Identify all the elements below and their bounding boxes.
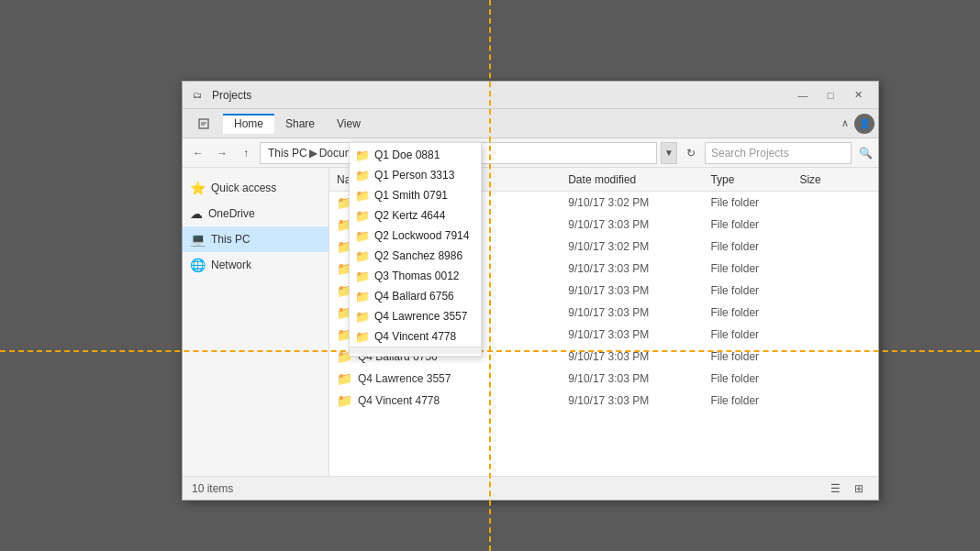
list-item[interactable]: 📁 Q4 Lawrence 3557 xyxy=(350,306,481,326)
file-type-cell: File folder xyxy=(710,394,799,407)
sidebar-item-quick-access[interactable]: ⭐ Quick access xyxy=(183,175,329,201)
popup-folder-icon: 📁 xyxy=(355,290,370,303)
sidebar: ⭐ Quick access ☁ OneDrive 💻 This PC 🌐 Ne… xyxy=(183,168,329,476)
popup-file-name: Q4 Ballard 6756 xyxy=(374,290,454,303)
user-avatar: 👤 xyxy=(854,114,874,134)
col-header-type[interactable]: Type xyxy=(710,173,799,186)
quick-access-icon: ⭐ xyxy=(190,181,206,195)
title-bar-controls: — □ ✕ xyxy=(790,86,871,105)
popup-folder-icon: 📁 xyxy=(355,310,370,324)
window-title: Projects xyxy=(212,89,790,102)
search-placeholder: Search Projects xyxy=(711,147,789,160)
explorer-window: 🗂 Projects — □ ✕ Home Share View ∧ 👤 ← →… xyxy=(182,81,879,501)
ribbon-tab-home[interactable]: Home xyxy=(223,114,274,134)
file-date-cell: 9/10/17 3:03 PM xyxy=(568,284,710,297)
search-filter-button[interactable]: ▼ xyxy=(661,142,677,164)
list-item[interactable]: 📁 Q4 Ballard 6756 xyxy=(350,286,481,306)
item-count: 10 items xyxy=(192,482,233,495)
ribbon-tab-share[interactable]: Share xyxy=(274,114,326,134)
file-type-cell: File folder xyxy=(710,262,799,275)
sidebar-item-network[interactable]: 🌐 Network xyxy=(183,252,329,278)
svg-rect-0 xyxy=(199,119,208,128)
popup-file-name: Q1 Smith 0791 xyxy=(374,189,448,202)
popup-folder-icon: 📁 xyxy=(355,209,370,223)
popup-file-name: Q4 Vincent 4778 xyxy=(374,330,456,343)
up-button[interactable]: ↑ xyxy=(236,143,256,163)
ribbon-collapse-arrow[interactable]: ∧ xyxy=(836,117,854,129)
list-item[interactable]: 📁 Q1 Person 3313 xyxy=(350,165,481,185)
popup-file-name: Q2 Lockwood 7914 xyxy=(374,229,469,242)
list-item[interactable]: 📁 Q3 Thomas 0012 xyxy=(350,266,481,286)
list-item[interactable]: 📁 Q2 Kertz 4644 xyxy=(350,205,481,226)
file-date-cell: 9/10/17 3:02 PM xyxy=(568,196,710,209)
popup-scroll-indicator xyxy=(350,347,481,354)
sidebar-label-network: Network xyxy=(211,259,251,271)
popup-folder-icon: 📁 xyxy=(355,169,370,182)
col-header-date[interactable]: Date modified xyxy=(568,173,710,186)
list-item[interactable]: 📁 Q2 Lockwood 7914 xyxy=(350,226,481,246)
popup-folder-icon: 📁 xyxy=(355,330,370,344)
list-item[interactable]: 📁 Q2 Sanchez 8986 xyxy=(350,246,481,266)
main-area: ⭐ Quick access ☁ OneDrive 💻 This PC 🌐 Ne… xyxy=(183,168,878,476)
file-date-cell: 9/10/17 3:03 PM xyxy=(568,350,710,363)
path-this-pc[interactable]: This PC xyxy=(268,147,307,160)
sidebar-item-onedrive[interactable]: ☁ OneDrive xyxy=(183,201,329,226)
popup-file-name: Q2 Kertz 4644 xyxy=(374,209,445,222)
table-row[interactable]: 📁 Q4 Lawrence 3557 9/10/17 3:03 PM File … xyxy=(329,368,878,390)
status-bar: 10 items ☰ ⊞ xyxy=(183,476,878,500)
window-icon: 🗂 xyxy=(190,88,205,103)
file-date-cell: 9/10/17 3:02 PM xyxy=(568,240,710,253)
close-button[interactable]: ✕ xyxy=(845,86,871,105)
popup-folder-icon: 📁 xyxy=(355,149,370,162)
search-box[interactable]: Search Projects xyxy=(705,142,852,164)
file-type-cell: File folder xyxy=(710,284,799,297)
title-bar-icons: 🗂 xyxy=(190,88,205,103)
col-header-size[interactable]: Size xyxy=(799,173,871,186)
file-type-cell: File folder xyxy=(710,240,799,253)
title-bar: 🗂 Projects — □ ✕ xyxy=(183,82,878,109)
popup-folder-icon: 📁 xyxy=(355,229,370,243)
file-name-cell: 📁 Q4 Lawrence 3557 xyxy=(337,371,568,386)
list-item[interactable]: 📁 Q4 Vincent 4778 xyxy=(350,326,481,347)
ribbon: Home Share View ∧ 👤 xyxy=(183,109,878,138)
sidebar-label-this-pc: This PC xyxy=(211,233,251,246)
minimize-button[interactable]: — xyxy=(790,86,816,105)
popup-folder-icon: 📁 xyxy=(355,249,370,263)
address-bar: ← → ↑ This PC ▶ Documents ▶ Projects ▼ ↻… xyxy=(183,138,878,168)
list-item[interactable]: 📁 Q1 Doe 0881 xyxy=(350,145,481,165)
popup-file-name: Q1 Doe 0881 xyxy=(374,149,440,161)
details-view-button[interactable]: ☰ xyxy=(825,479,845,498)
popup-folder-icon: 📁 xyxy=(355,270,370,283)
list-item[interactable]: 📁 Q1 Smith 0791 xyxy=(350,185,481,205)
popup-file-name: Q4 Lawrence 3557 xyxy=(374,310,467,323)
sidebar-item-this-pc[interactable]: 💻 This PC xyxy=(183,226,329,252)
view-controls: ☰ ⊞ xyxy=(825,479,869,498)
file-date-cell: 9/10/17 3:03 PM xyxy=(568,394,710,407)
popup-file-name: Q3 Thomas 0012 xyxy=(374,270,460,282)
file-date-cell: 9/10/17 3:03 PM xyxy=(568,218,710,231)
file-date-cell: 9/10/17 3:03 PM xyxy=(568,262,710,275)
search-icon[interactable]: 🔍 xyxy=(859,147,873,160)
forward-button[interactable]: → xyxy=(212,143,232,163)
popup-folder-icon: 📁 xyxy=(355,189,370,203)
large-icons-view-button[interactable]: ⊞ xyxy=(849,479,869,498)
file-name-label: Q4 Lawrence 3557 xyxy=(358,372,451,385)
popup-file-name: Q2 Sanchez 8986 xyxy=(374,249,462,262)
maximize-button[interactable]: □ xyxy=(818,86,843,105)
popup-file-name: Q1 Person 3313 xyxy=(374,169,454,182)
sidebar-label-onedrive: OneDrive xyxy=(208,207,255,220)
file-type-cell: File folder xyxy=(710,372,799,385)
ribbon-tab-view[interactable]: View xyxy=(326,114,372,134)
ribbon-tab-file[interactable] xyxy=(186,113,223,134)
file-type-cell: File folder xyxy=(710,328,799,341)
folder-icon: 📁 xyxy=(337,393,352,408)
file-type-cell: File folder xyxy=(710,350,799,363)
file-date-cell: 9/10/17 3:03 PM xyxy=(568,306,710,319)
refresh-button[interactable]: ↻ xyxy=(681,143,701,163)
table-row[interactable]: 📁 Q4 Vincent 4778 9/10/17 3:03 PM File f… xyxy=(329,390,878,412)
file-type-cell: File folder xyxy=(710,218,799,231)
file-name-label: Q4 Vincent 4778 xyxy=(358,394,440,407)
popup-folder-list: 📁 Q1 Doe 0881 📁 Q1 Person 3313 📁 Q1 Smit… xyxy=(349,142,482,357)
file-type-cell: File folder xyxy=(710,196,799,209)
back-button[interactable]: ← xyxy=(188,143,208,163)
